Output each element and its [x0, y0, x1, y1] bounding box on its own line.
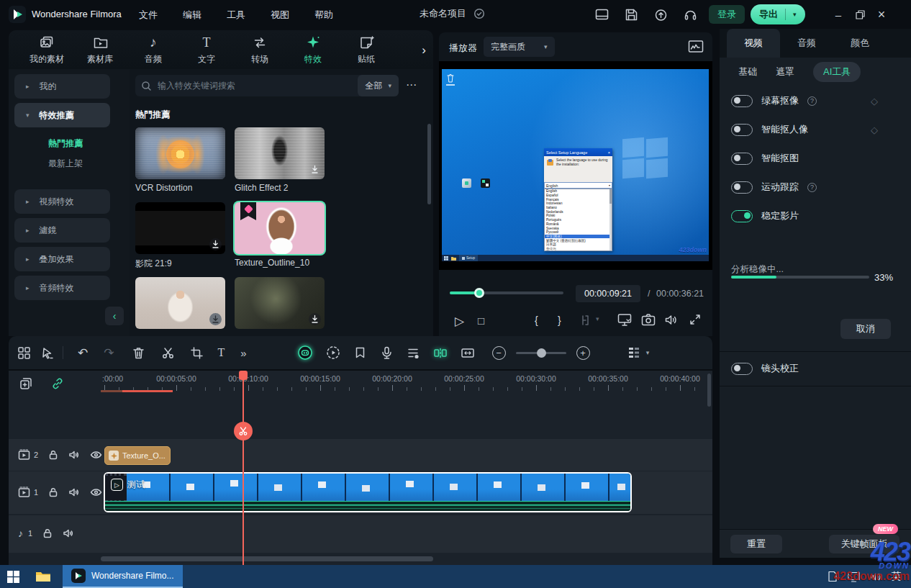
tab-audio[interactable]: ♪ 音频 [131, 35, 176, 65]
menu-help[interactable]: 帮助 [314, 9, 333, 22]
playhead-split-scissors-button[interactable] [234, 422, 253, 440]
sidebar-item-filters[interactable]: ▸ 濾鏡 [14, 218, 110, 243]
render-preview-icon[interactable] [326, 345, 340, 360]
more-tools-icon[interactable]: » [240, 347, 246, 359]
close-button[interactable]: × [871, 4, 892, 25]
ai-copilot-icon[interactable] [297, 345, 313, 361]
lock-icon[interactable] [47, 487, 59, 498]
zoom-slider-knob[interactable] [537, 348, 546, 358]
lens-correction-toggle[interactable] [731, 363, 753, 375]
expand-panel-chevron-icon[interactable]: › [422, 43, 426, 58]
play-button[interactable]: ▷ [455, 314, 464, 329]
effect-thumb-partial-1[interactable] [135, 277, 225, 329]
sidebar-item-effect-recommend[interactable]: ▾ 特效推薦 [14, 103, 110, 127]
menu-view[interactable]: 视图 [271, 9, 289, 22]
sidebar-item-video-effects[interactable]: ▸ 視頻特效 [14, 189, 110, 214]
maximize-button[interactable] [849, 4, 871, 25]
start-button-icon[interactable] [7, 571, 19, 583]
download-icon[interactable] [309, 163, 321, 176]
motion-tracking-toggle[interactable] [731, 181, 753, 194]
export-caret-icon[interactable]: ▾ [793, 11, 797, 18]
timeline-layout-icon[interactable] [17, 346, 31, 360]
file-explorer-icon[interactable] [35, 570, 51, 583]
sidebar-item-hot-recommend[interactable]: 熱門推薦 [48, 137, 83, 150]
login-button[interactable]: 登录 [709, 5, 745, 24]
menu-edit[interactable]: 编辑 [183, 9, 201, 22]
zoom-out-icon[interactable]: − [492, 346, 506, 360]
taskbar-app-filmora[interactable]: Wondershare Filmo... [63, 565, 183, 588]
effect-thumb-texture-outline-10[interactable] [235, 202, 325, 254]
cancel-button[interactable]: 取消 [840, 319, 891, 339]
playhead-handle[interactable] [239, 371, 248, 380]
effects-scrollbar[interactable] [427, 124, 431, 204]
download-icon[interactable] [209, 313, 222, 325]
ai-portrait-toggle[interactable] [731, 124, 753, 136]
redo-icon[interactable]: ↷ [104, 345, 114, 361]
add-track-icon[interactable] [19, 376, 33, 391]
video-clip-test[interactable]: ▷ 测试 [104, 472, 632, 512]
visibility-eye-icon[interactable] [90, 487, 102, 498]
smart-split-icon[interactable] [433, 346, 448, 360]
ruler-major-ticks[interactable] [104, 385, 708, 391]
select-cursor-icon[interactable] [40, 346, 54, 360]
sidebar-item-audio-effects[interactable]: ▸ 音頻特效 [14, 276, 110, 300]
effect-thumb-glitch-effect-2[interactable] [235, 127, 325, 179]
help-icon[interactable]: ? [807, 96, 817, 106]
lock-icon[interactable] [42, 528, 53, 539]
scope-icon[interactable] [688, 40, 704, 54]
search-input[interactable] [158, 81, 352, 91]
tab-transition[interactable]: 转场 [237, 35, 282, 65]
stabilization-toggle[interactable] [731, 210, 753, 222]
visibility-eye-icon[interactable] [90, 449, 102, 461]
filter-all-dropdown[interactable]: 全部 ▾ [358, 75, 399, 96]
menu-tools[interactable]: 工具 [227, 9, 245, 22]
timeline-hscrollbar[interactable] [101, 556, 433, 561]
track-manager-icon[interactable] [627, 346, 640, 359]
playhead-line[interactable] [243, 371, 244, 565]
smart-cutout-toggle[interactable] [731, 153, 753, 165]
stop-button[interactable]: □ [478, 315, 484, 327]
mark-out-button[interactable]: } [558, 315, 561, 326]
sidebar-item-newest[interactable]: 最新上架 [48, 158, 83, 170]
tab-color[interactable]: 颜色 [833, 29, 887, 58]
panel-layout-icon[interactable] [594, 7, 609, 22]
marker-flag-icon[interactable] [353, 346, 367, 360]
keyframe-diamond-icon[interactable]: ◇ [871, 125, 878, 135]
link-clips-icon[interactable] [50, 376, 65, 391]
fit-timeline-icon[interactable] [461, 346, 475, 360]
sidebar-item-overlays[interactable]: ▸ 叠加效果 [14, 247, 110, 271]
tab-audio-props[interactable]: 音频 [780, 29, 833, 58]
seek-bar[interactable] [450, 291, 563, 294]
tab-text[interactable]: T 文字 [184, 35, 229, 65]
more-options-icon[interactable]: ⋯ [406, 78, 417, 91]
mute-icon[interactable] [68, 449, 81, 461]
undo-icon[interactable]: ↶ [78, 345, 88, 361]
tab-stock-media[interactable]: 素材库 [78, 35, 122, 65]
volume-icon[interactable] [664, 313, 679, 327]
seek-knob[interactable] [474, 288, 484, 298]
effect-thumb-vcr-distortion[interactable] [135, 127, 225, 179]
subtab-ai-tools[interactable]: AI工具 [813, 62, 861, 82]
delete-icon[interactable] [132, 346, 145, 360]
effect-thumb-cinema-219[interactable] [135, 202, 225, 254]
mirror-display-icon[interactable] [617, 313, 632, 327]
quality-dropdown[interactable]: 完整画质 ▾ [484, 37, 555, 57]
record-voiceover-icon[interactable] [380, 346, 394, 360]
headset-icon[interactable] [683, 7, 698, 22]
mute-icon[interactable] [68, 487, 81, 498]
sidebar-item-mine[interactable]: ▸ 我的 [14, 74, 110, 99]
keyframe-diamond-icon[interactable]: ◇ [871, 96, 878, 107]
scissors-icon[interactable] [161, 346, 175, 360]
track-manager-caret-icon[interactable]: ▾ [646, 349, 650, 356]
text-tool-icon[interactable]: T [218, 346, 225, 359]
download-icon[interactable] [209, 238, 222, 250]
split-caret-icon[interactable]: ▾ [596, 315, 599, 322]
crop-icon[interactable] [190, 346, 204, 360]
tab-video[interactable]: 视频 [727, 29, 780, 58]
subtab-basic[interactable]: 基础 [738, 65, 757, 78]
timeline-vscrollbar[interactable] [707, 374, 711, 407]
tab-my-media[interactable]: 我的素材 [24, 35, 69, 65]
collapse-sidebar-button[interactable]: ‹ [105, 307, 124, 325]
split-button[interactable] [578, 314, 591, 327]
menu-file[interactable]: 文件 [139, 9, 158, 22]
